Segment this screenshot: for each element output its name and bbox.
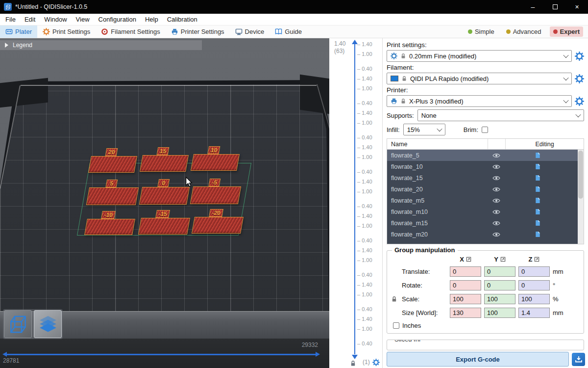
eye-icon[interactable] [492,164,500,170]
3d-viewport[interactable]: 20 15 10 5 0 -5 [0,38,329,368]
tab-device[interactable]: Device [230,26,270,38]
horizontal-moves-slider[interactable] [7,354,316,355]
tab-plater[interactable]: Plater [0,26,37,38]
object-list-row[interactable]: flowrate_m15 [387,217,584,229]
brim-label: Brim: [464,126,478,133]
filament-combo[interactable]: QIDI PLA Rapido (modified) [387,73,572,84]
eye-icon[interactable] [492,186,500,192]
hslider-left-arrow[interactable] [2,352,7,357]
print-settings-gear-button[interactable] [575,52,584,61]
maximize-icon [553,4,558,9]
printer-value: X-Plus 3 (modified) [409,98,464,105]
minimize-button[interactable]: – [522,0,544,14]
scrollbar-thumb[interactable] [578,151,583,199]
object-body [190,186,241,204]
preview-view-button[interactable] [34,310,62,338]
layer-tick-label: 1.40 [357,39,372,49]
send-to-device-button[interactable] [572,353,585,366]
size-x-input[interactable]: 130 [450,308,481,318]
print-settings-combo[interactable]: 0.20mm Fine (modified) [387,50,572,62]
translate-z-input[interactable]: 0 [518,266,550,277]
tab-guide[interactable]: Guide [270,26,307,38]
legend-toggle[interactable]: Legend [0,40,202,50]
rotate-x-input[interactable]: 0 [450,280,481,290]
tab-filament-settings[interactable]: Filament Settings [96,26,165,38]
name-column-header: Name [387,141,488,148]
scale-z-input[interactable]: 100 [518,294,550,304]
object-flowrate-m15[interactable]: -15 [140,218,189,235]
infill-combo[interactable]: 15% [403,124,445,135]
edit-icon[interactable] [535,209,541,215]
object-flowrate-5[interactable]: 5 [88,187,137,205]
mode-expert[interactable]: Expert [550,26,583,37]
scale-x-input[interactable]: 100 [450,294,481,304]
translate-x-input[interactable]: 0 [450,266,481,277]
eye-icon[interactable] [492,220,500,226]
supports-combo[interactable]: None [417,109,584,121]
brim-checkbox[interactable] [482,127,488,133]
printer-combo[interactable]: X-Plus 3 (modified) [387,95,572,107]
size-z-input[interactable]: 1.4 [518,308,550,318]
eye-icon[interactable] [492,232,500,237]
object-list-row[interactable]: flowrate_15 [387,172,584,184]
eye-icon[interactable] [492,153,500,158]
hslider-right-arrow[interactable] [316,352,320,357]
object-list-row[interactable]: flowrate_m10 [387,206,584,217]
tab-printer-settings[interactable]: Printer Settings [166,26,230,38]
edit-icon[interactable] [535,197,541,204]
object-flowrate-m10[interactable]: -10 [86,219,134,235]
lock-icon [401,76,407,81]
slider-lock-icon[interactable] [350,360,356,367]
layer-slider-down-handle[interactable] [352,355,358,359]
object-list-row[interactable]: flowrate_m20 [387,229,584,240]
object-list-row[interactable]: flowrate_20 [387,184,584,195]
filament-gear-button[interactable] [575,74,584,83]
menu-edit[interactable]: Edit [20,14,40,25]
edit-icon[interactable] [535,231,541,237]
menu-file[interactable]: File [1,14,20,25]
edit-icon[interactable] [535,152,541,158]
object-flowrate-20[interactable]: 20 [90,156,136,173]
object-body [192,217,244,234]
edit-icon[interactable] [535,220,541,226]
3d-editor-view-button[interactable] [4,310,32,338]
object-flowrate-m5[interactable]: -5 [192,186,240,204]
mode-simple[interactable]: Simple [465,26,498,37]
uniform-scale-lock-icon[interactable] [391,295,397,303]
rotate-z-input[interactable]: 0 [518,280,550,290]
tab-print-settings[interactable]: Print Settings [37,26,96,38]
mode-label: Simple [475,28,494,35]
translate-y-input[interactable]: 0 [484,266,515,277]
object-list-row[interactable]: flowrate_5 [387,150,584,161]
menu-help[interactable]: Help [141,14,163,25]
edit-icon[interactable] [535,163,541,170]
mode-advanced[interactable]: Advanced [503,26,545,37]
edit-icon[interactable] [535,186,541,192]
edit-icon[interactable] [535,175,541,181]
eye-icon[interactable] [492,209,500,215]
layer-slider-track[interactable] [354,44,355,354]
rotate-y-input[interactable]: 0 [484,280,515,290]
object-flowrate-m20[interactable]: -20 [193,217,242,234]
maximize-button[interactable] [544,0,566,14]
slider-settings-gear-icon[interactable] [372,359,380,366]
export-gcode-button[interactable]: Export G-code [387,352,569,367]
menu-configuration[interactable]: Configuration [94,14,141,25]
printer-gear-button[interactable] [575,97,584,106]
size-y-input[interactable]: 100 [484,308,515,318]
object-flowrate-15[interactable]: 15 [141,155,187,172]
object-list-row[interactable]: flowrate_10 [387,161,584,172]
menu-view[interactable]: View [72,14,94,25]
layer-tick-labels: 1.40 1.00 0.40 1.40 1.00 0.40 1.40 1.00 … [357,39,372,348]
close-button[interactable]: × [566,0,588,14]
menu-calibration[interactable]: Calibration [163,14,202,25]
scale-y-input[interactable]: 100 [484,294,515,304]
menu-window[interactable]: Window [40,14,71,25]
inches-checkbox[interactable] [393,322,399,329]
eye-icon[interactable] [492,198,500,204]
object-list-row[interactable]: flowrate_m5 [387,195,584,206]
object-list-scrollbar[interactable] [578,150,584,244]
object-flowrate-10[interactable]: 10 [192,154,238,171]
object-flowrate-0[interactable]: 0 [141,187,188,205]
eye-icon[interactable] [492,175,500,181]
